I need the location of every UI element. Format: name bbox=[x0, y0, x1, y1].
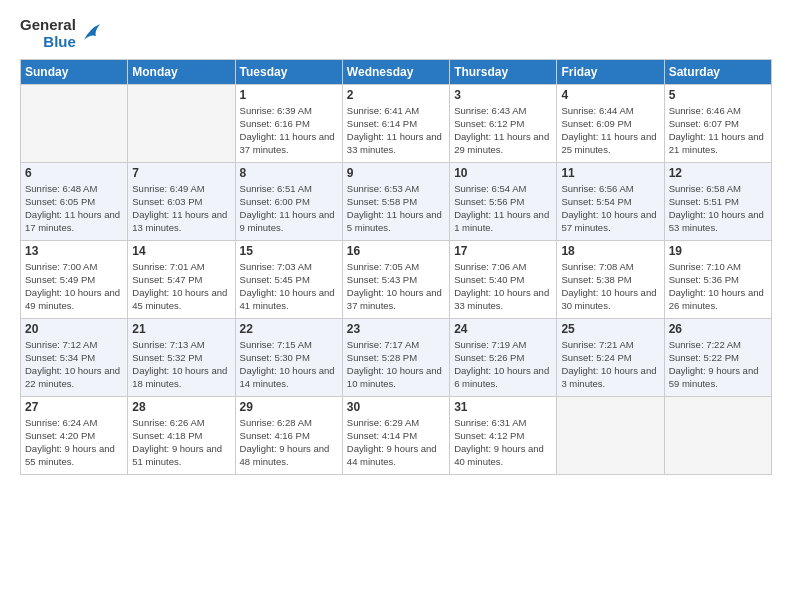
day-info: Sunrise: 7:10 AM Sunset: 5:36 PM Dayligh… bbox=[669, 260, 767, 313]
calendar-cell: 20Sunrise: 7:12 AM Sunset: 5:34 PM Dayli… bbox=[21, 318, 128, 396]
calendar-cell: 19Sunrise: 7:10 AM Sunset: 5:36 PM Dayli… bbox=[664, 240, 771, 318]
calendar-week-1: 1Sunrise: 6:39 AM Sunset: 6:16 PM Daylig… bbox=[21, 84, 772, 162]
day-info: Sunrise: 6:31 AM Sunset: 4:12 PM Dayligh… bbox=[454, 416, 552, 469]
day-info: Sunrise: 6:44 AM Sunset: 6:09 PM Dayligh… bbox=[561, 104, 659, 157]
day-number: 13 bbox=[25, 244, 123, 258]
calendar-week-2: 6Sunrise: 6:48 AM Sunset: 6:05 PM Daylig… bbox=[21, 162, 772, 240]
day-number: 26 bbox=[669, 322, 767, 336]
day-info: Sunrise: 6:48 AM Sunset: 6:05 PM Dayligh… bbox=[25, 182, 123, 235]
day-info: Sunrise: 7:22 AM Sunset: 5:22 PM Dayligh… bbox=[669, 338, 767, 391]
header: General Blue bbox=[20, 16, 772, 51]
calendar-cell: 26Sunrise: 7:22 AM Sunset: 5:22 PM Dayli… bbox=[664, 318, 771, 396]
calendar-cell: 25Sunrise: 7:21 AM Sunset: 5:24 PM Dayli… bbox=[557, 318, 664, 396]
day-info: Sunrise: 6:58 AM Sunset: 5:51 PM Dayligh… bbox=[669, 182, 767, 235]
day-number: 27 bbox=[25, 400, 123, 414]
day-number: 28 bbox=[132, 400, 230, 414]
day-number: 24 bbox=[454, 322, 552, 336]
day-number: 10 bbox=[454, 166, 552, 180]
day-info: Sunrise: 7:12 AM Sunset: 5:34 PM Dayligh… bbox=[25, 338, 123, 391]
logo-bird-icon bbox=[80, 22, 102, 44]
day-number: 30 bbox=[347, 400, 445, 414]
col-header-wednesday: Wednesday bbox=[342, 59, 449, 84]
calendar-cell: 15Sunrise: 7:03 AM Sunset: 5:45 PM Dayli… bbox=[235, 240, 342, 318]
day-info: Sunrise: 6:46 AM Sunset: 6:07 PM Dayligh… bbox=[669, 104, 767, 157]
calendar-week-3: 13Sunrise: 7:00 AM Sunset: 5:49 PM Dayli… bbox=[21, 240, 772, 318]
col-header-tuesday: Tuesday bbox=[235, 59, 342, 84]
day-info: Sunrise: 7:05 AM Sunset: 5:43 PM Dayligh… bbox=[347, 260, 445, 313]
day-number: 14 bbox=[132, 244, 230, 258]
col-header-monday: Monday bbox=[128, 59, 235, 84]
calendar-cell: 18Sunrise: 7:08 AM Sunset: 5:38 PM Dayli… bbox=[557, 240, 664, 318]
col-header-saturday: Saturday bbox=[664, 59, 771, 84]
day-info: Sunrise: 7:21 AM Sunset: 5:24 PM Dayligh… bbox=[561, 338, 659, 391]
day-number: 18 bbox=[561, 244, 659, 258]
day-info: Sunrise: 6:49 AM Sunset: 6:03 PM Dayligh… bbox=[132, 182, 230, 235]
day-number: 20 bbox=[25, 322, 123, 336]
day-info: Sunrise: 6:28 AM Sunset: 4:16 PM Dayligh… bbox=[240, 416, 338, 469]
day-info: Sunrise: 7:06 AM Sunset: 5:40 PM Dayligh… bbox=[454, 260, 552, 313]
col-header-thursday: Thursday bbox=[450, 59, 557, 84]
calendar-cell: 23Sunrise: 7:17 AM Sunset: 5:28 PM Dayli… bbox=[342, 318, 449, 396]
day-number: 17 bbox=[454, 244, 552, 258]
col-header-friday: Friday bbox=[557, 59, 664, 84]
day-number: 5 bbox=[669, 88, 767, 102]
day-info: Sunrise: 6:29 AM Sunset: 4:14 PM Dayligh… bbox=[347, 416, 445, 469]
day-info: Sunrise: 6:56 AM Sunset: 5:54 PM Dayligh… bbox=[561, 182, 659, 235]
col-header-sunday: Sunday bbox=[21, 59, 128, 84]
calendar-cell: 24Sunrise: 7:19 AM Sunset: 5:26 PM Dayli… bbox=[450, 318, 557, 396]
calendar-cell: 30Sunrise: 6:29 AM Sunset: 4:14 PM Dayli… bbox=[342, 396, 449, 474]
calendar-cell: 6Sunrise: 6:48 AM Sunset: 6:05 PM Daylig… bbox=[21, 162, 128, 240]
calendar-cell bbox=[664, 396, 771, 474]
day-info: Sunrise: 7:15 AM Sunset: 5:30 PM Dayligh… bbox=[240, 338, 338, 391]
day-number: 7 bbox=[132, 166, 230, 180]
calendar-cell: 16Sunrise: 7:05 AM Sunset: 5:43 PM Dayli… bbox=[342, 240, 449, 318]
calendar-table: SundayMondayTuesdayWednesdayThursdayFrid… bbox=[20, 59, 772, 475]
day-number: 19 bbox=[669, 244, 767, 258]
calendar-cell: 1Sunrise: 6:39 AM Sunset: 6:16 PM Daylig… bbox=[235, 84, 342, 162]
day-info: Sunrise: 7:01 AM Sunset: 5:47 PM Dayligh… bbox=[132, 260, 230, 313]
day-info: Sunrise: 7:19 AM Sunset: 5:26 PM Dayligh… bbox=[454, 338, 552, 391]
day-number: 31 bbox=[454, 400, 552, 414]
calendar-cell: 4Sunrise: 6:44 AM Sunset: 6:09 PM Daylig… bbox=[557, 84, 664, 162]
calendar-cell: 7Sunrise: 6:49 AM Sunset: 6:03 PM Daylig… bbox=[128, 162, 235, 240]
day-info: Sunrise: 6:51 AM Sunset: 6:00 PM Dayligh… bbox=[240, 182, 338, 235]
calendar-cell: 9Sunrise: 6:53 AM Sunset: 5:58 PM Daylig… bbox=[342, 162, 449, 240]
calendar-week-5: 27Sunrise: 6:24 AM Sunset: 4:20 PM Dayli… bbox=[21, 396, 772, 474]
logo-blue: Blue bbox=[43, 33, 76, 50]
day-number: 1 bbox=[240, 88, 338, 102]
calendar-cell: 17Sunrise: 7:06 AM Sunset: 5:40 PM Dayli… bbox=[450, 240, 557, 318]
logo: General Blue bbox=[20, 16, 102, 51]
day-number: 16 bbox=[347, 244, 445, 258]
calendar-cell: 13Sunrise: 7:00 AM Sunset: 5:49 PM Dayli… bbox=[21, 240, 128, 318]
calendar-cell: 22Sunrise: 7:15 AM Sunset: 5:30 PM Dayli… bbox=[235, 318, 342, 396]
calendar-cell: 31Sunrise: 6:31 AM Sunset: 4:12 PM Dayli… bbox=[450, 396, 557, 474]
day-number: 4 bbox=[561, 88, 659, 102]
calendar-cell: 2Sunrise: 6:41 AM Sunset: 6:14 PM Daylig… bbox=[342, 84, 449, 162]
calendar-cell: 11Sunrise: 6:56 AM Sunset: 5:54 PM Dayli… bbox=[557, 162, 664, 240]
day-number: 12 bbox=[669, 166, 767, 180]
calendar-cell: 10Sunrise: 6:54 AM Sunset: 5:56 PM Dayli… bbox=[450, 162, 557, 240]
day-number: 21 bbox=[132, 322, 230, 336]
day-info: Sunrise: 6:24 AM Sunset: 4:20 PM Dayligh… bbox=[25, 416, 123, 469]
calendar-cell: 3Sunrise: 6:43 AM Sunset: 6:12 PM Daylig… bbox=[450, 84, 557, 162]
day-number: 11 bbox=[561, 166, 659, 180]
day-number: 22 bbox=[240, 322, 338, 336]
day-number: 8 bbox=[240, 166, 338, 180]
day-info: Sunrise: 6:39 AM Sunset: 6:16 PM Dayligh… bbox=[240, 104, 338, 157]
day-info: Sunrise: 6:54 AM Sunset: 5:56 PM Dayligh… bbox=[454, 182, 552, 235]
calendar-cell bbox=[21, 84, 128, 162]
day-number: 9 bbox=[347, 166, 445, 180]
day-number: 2 bbox=[347, 88, 445, 102]
calendar-cell: 12Sunrise: 6:58 AM Sunset: 5:51 PM Dayli… bbox=[664, 162, 771, 240]
day-number: 3 bbox=[454, 88, 552, 102]
day-number: 23 bbox=[347, 322, 445, 336]
calendar-header-row: SundayMondayTuesdayWednesdayThursdayFrid… bbox=[21, 59, 772, 84]
day-info: Sunrise: 7:03 AM Sunset: 5:45 PM Dayligh… bbox=[240, 260, 338, 313]
day-info: Sunrise: 7:08 AM Sunset: 5:38 PM Dayligh… bbox=[561, 260, 659, 313]
calendar-cell: 14Sunrise: 7:01 AM Sunset: 5:47 PM Dayli… bbox=[128, 240, 235, 318]
calendar-page: General Blue SundayMondayTuesdayWednesda… bbox=[0, 0, 792, 612]
logo-general: General bbox=[20, 16, 76, 33]
calendar-cell: 29Sunrise: 6:28 AM Sunset: 4:16 PM Dayli… bbox=[235, 396, 342, 474]
day-info: Sunrise: 6:53 AM Sunset: 5:58 PM Dayligh… bbox=[347, 182, 445, 235]
calendar-cell: 5Sunrise: 6:46 AM Sunset: 6:07 PM Daylig… bbox=[664, 84, 771, 162]
